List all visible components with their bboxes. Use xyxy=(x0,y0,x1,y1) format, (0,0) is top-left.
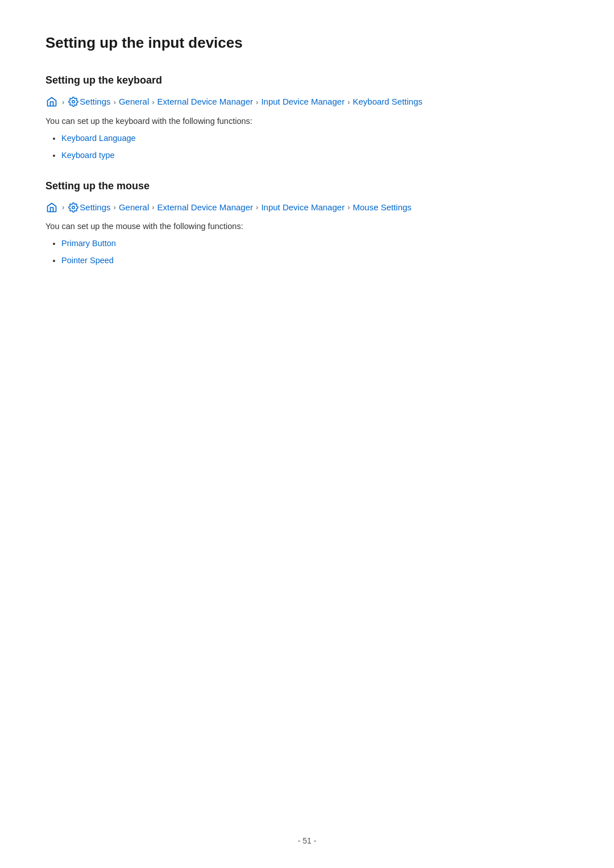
svg-point-0 xyxy=(72,101,75,103)
keyboard-section-title: Setting up the keyboard xyxy=(45,74,569,86)
mouse-section: Setting up the mouse › Settings › Genera… xyxy=(45,180,569,265)
home-icon[interactable] xyxy=(45,95,58,108)
keyboard-links-list: Keyboard Language Keyboard type xyxy=(45,134,569,160)
mouse-links-list: Primary Button Pointer Speed xyxy=(45,239,569,265)
list-item: Pointer Speed xyxy=(61,256,569,265)
breadcrumb-general[interactable]: General xyxy=(119,95,149,109)
keyboard-type-link[interactable]: Keyboard type xyxy=(61,151,115,160)
mouse-breadcrumb-sep-1: › xyxy=(114,202,116,213)
page-footer: - 51 - xyxy=(0,836,614,845)
breadcrumb-sep-1: › xyxy=(114,97,116,108)
breadcrumb-keyboard-settings[interactable]: Keyboard Settings xyxy=(352,95,422,109)
mouse-breadcrumb-sep-2: › xyxy=(152,202,154,213)
breadcrumb-external-device-manager[interactable]: External Device Manager xyxy=(157,95,253,109)
breadcrumb-sep-2: › xyxy=(152,97,154,108)
settings-icon-mouse[interactable] xyxy=(67,201,80,214)
keyboard-breadcrumb: › Settings › General › External Device M… xyxy=(45,95,569,109)
list-item: Primary Button xyxy=(61,239,569,248)
page-number: - 51 - xyxy=(298,836,317,845)
keyboard-section: Setting up the keyboard › Settings › Gen… xyxy=(45,74,569,160)
mouse-breadcrumb-mouse-settings[interactable]: Mouse Settings xyxy=(352,201,411,214)
mouse-description: You can set up the mouse with the follow… xyxy=(45,222,569,231)
list-item: Keyboard Language xyxy=(61,134,569,143)
mouse-breadcrumb-sep-0: › xyxy=(62,202,64,213)
breadcrumb-input-device-manager[interactable]: Input Device Manager xyxy=(261,95,345,109)
home-icon-mouse[interactable] xyxy=(45,201,58,214)
mouse-section-title: Setting up the mouse xyxy=(45,180,569,192)
page-title: Setting up the input devices xyxy=(45,34,569,52)
breadcrumb-sep-4: › xyxy=(347,97,350,108)
breadcrumb-sep-0: › xyxy=(62,97,64,108)
mouse-breadcrumb-external-device-manager[interactable]: External Device Manager xyxy=(157,201,253,214)
keyboard-description: You can set up the keyboard with the fol… xyxy=(45,117,569,126)
list-item: Keyboard type xyxy=(61,151,569,160)
breadcrumb-settings[interactable]: Settings xyxy=(80,95,110,109)
mouse-breadcrumb: › Settings › General › External Device M… xyxy=(45,201,569,214)
mouse-breadcrumb-settings[interactable]: Settings xyxy=(80,201,110,214)
svg-point-1 xyxy=(72,206,75,209)
mouse-breadcrumb-sep-3: › xyxy=(256,202,258,213)
keyboard-language-link[interactable]: Keyboard Language xyxy=(61,134,136,143)
mouse-breadcrumb-input-device-manager[interactable]: Input Device Manager xyxy=(261,201,345,214)
mouse-breadcrumb-general[interactable]: General xyxy=(119,201,149,214)
mouse-breadcrumb-sep-4: › xyxy=(347,202,350,213)
breadcrumb-sep-3: › xyxy=(256,97,258,108)
primary-button-link[interactable]: Primary Button xyxy=(61,239,116,248)
settings-icon[interactable] xyxy=(67,95,80,108)
pointer-speed-link[interactable]: Pointer Speed xyxy=(61,256,114,265)
